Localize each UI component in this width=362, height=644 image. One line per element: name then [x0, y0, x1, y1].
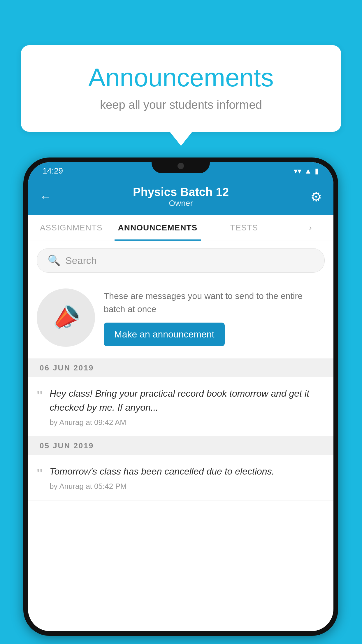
battery-icon: ▮ [315, 167, 319, 176]
quote-icon-2: " [37, 466, 43, 482]
camera-cutout [178, 163, 184, 169]
megaphone-icon: 📣 [48, 300, 84, 336]
quote-icon-1: " [37, 388, 43, 405]
settings-icon[interactable]: ⚙ [310, 189, 322, 204]
signal-icon: ▲ [304, 167, 312, 176]
status-time: 14:29 [43, 166, 63, 176]
make-announcement-button[interactable]: Make an announcement [104, 323, 225, 346]
announcement-item-1: " Hey class! Bring your practical record… [28, 377, 333, 437]
date-separator-1: 06 JUN 2019 [28, 359, 333, 377]
promo-description: These are messages you want to send to t… [104, 289, 325, 316]
announcement-author-2: by Anurag at 05:42 PM [50, 482, 325, 491]
bubble-subtitle: keep all your students informed [44, 98, 318, 111]
header-center: Physics Batch 12 Owner [133, 186, 229, 208]
date-separator-2: 05 JUN 2019 [28, 437, 333, 455]
bubble-title: Announcements [44, 63, 318, 92]
tab-announcements[interactable]: ANNOUNCEMENTS [115, 215, 201, 241]
phone-screen: 14:29 ▾▾ ▲ ▮ ← Physics Batch 12 Owner ⚙ … [28, 162, 333, 631]
search-placeholder: Search [65, 255, 97, 266]
phone-frame: 14:29 ▾▾ ▲ ▮ ← Physics Batch 12 Owner ⚙ … [23, 158, 338, 636]
announcement-content-2: Tomorrow's class has been cancelled due … [50, 464, 325, 491]
promo-text-area: These are messages you want to send to t… [104, 289, 325, 346]
status-icons: ▾▾ ▲ ▮ [294, 167, 319, 176]
announcement-item-2: " Tomorrow's class has been cancelled du… [28, 455, 333, 501]
content-area: 🔍 Search 📣 These are messages you want t… [28, 241, 333, 501]
announcement-text-1: Hey class! Bring your practical record b… [50, 386, 325, 414]
speech-bubble: Announcements keep all your students inf… [21, 45, 341, 132]
tab-tests[interactable]: TESTS [201, 215, 287, 241]
announcement-promo: 📣 These are messages you want to send to… [28, 280, 333, 359]
header-subtitle: Owner [133, 199, 229, 208]
search-icon: 🔍 [48, 254, 61, 267]
back-button[interactable]: ← [40, 190, 51, 203]
tabs-bar: ASSIGNMENTS ANNOUNCEMENTS TESTS › [28, 215, 333, 241]
announcement-author-1: by Anurag at 09:42 AM [50, 418, 325, 427]
header-title: Physics Batch 12 [133, 186, 229, 199]
announcement-text-2: Tomorrow's class has been cancelled due … [50, 464, 325, 478]
tab-more[interactable]: › [287, 215, 333, 241]
wifi-icon: ▾▾ [294, 167, 301, 176]
app-header: ← Physics Batch 12 Owner ⚙ [28, 180, 333, 215]
search-bar[interactable]: 🔍 Search [37, 248, 325, 273]
tab-assignments[interactable]: ASSIGNMENTS [28, 215, 115, 241]
search-container: 🔍 Search [28, 241, 333, 280]
phone-notch [152, 158, 210, 173]
announcement-content-1: Hey class! Bring your practical record b… [50, 386, 325, 427]
promo-icon-circle: 📣 [37, 288, 95, 347]
speech-bubble-container: Announcements keep all your students inf… [21, 45, 341, 132]
